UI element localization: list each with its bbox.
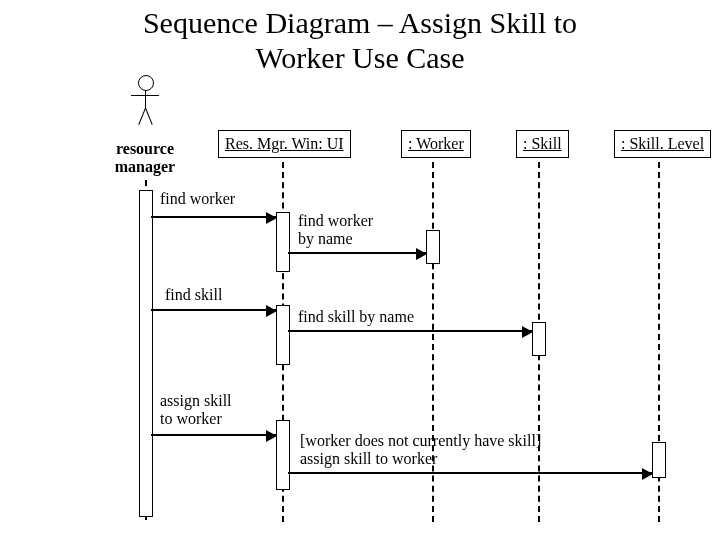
arrow-ui-to-skill xyxy=(288,330,532,332)
msg-assign-skill-call: [worker does not currently have skill] a… xyxy=(300,432,541,467)
actor-name: resource manager xyxy=(115,140,175,175)
msg-find-skill-trigger: find skill xyxy=(165,286,222,304)
actor-label: resource manager xyxy=(110,140,180,176)
participant-ui: Res. Mgr. Win: UI xyxy=(218,130,351,158)
lifeline-worker xyxy=(432,162,434,522)
sequence-diagram-stage: resource manager Res. Mgr. Win: UI : Wor… xyxy=(0,90,720,540)
activation-actor xyxy=(139,190,153,517)
msg-assign-skill-trigger: assign skill to worker xyxy=(160,392,232,427)
msg-find-worker-trigger: find worker xyxy=(160,190,235,208)
arrow-ui-to-level xyxy=(288,472,652,474)
activation-worker-1 xyxy=(426,230,440,264)
activation-ui-3 xyxy=(276,420,290,490)
arrow-actor-to-ui-3 xyxy=(151,434,276,436)
msg-find-skill-by-name: find skill by name xyxy=(298,308,414,326)
arrow-actor-to-ui-1 xyxy=(151,216,276,218)
title-line-1: Sequence Diagram – Assign Skill to xyxy=(143,6,577,39)
activation-skill-1 xyxy=(532,322,546,356)
diagram-title: Sequence Diagram – Assign Skill to Worke… xyxy=(0,0,720,75)
actor-icon xyxy=(125,75,165,135)
title-line-2: Worker Use Case xyxy=(255,41,464,74)
arrow-ui-to-worker xyxy=(288,252,426,254)
msg-find-worker-by-name: find worker by name xyxy=(298,212,373,247)
activation-ui-1 xyxy=(276,212,290,272)
participant-level: : Skill. Level xyxy=(614,130,711,158)
participant-worker: : Worker xyxy=(401,130,471,158)
activation-level-1 xyxy=(652,442,666,478)
activation-ui-2 xyxy=(276,305,290,365)
participant-skill: : Skill xyxy=(516,130,569,158)
arrow-actor-to-ui-2 xyxy=(151,309,276,311)
